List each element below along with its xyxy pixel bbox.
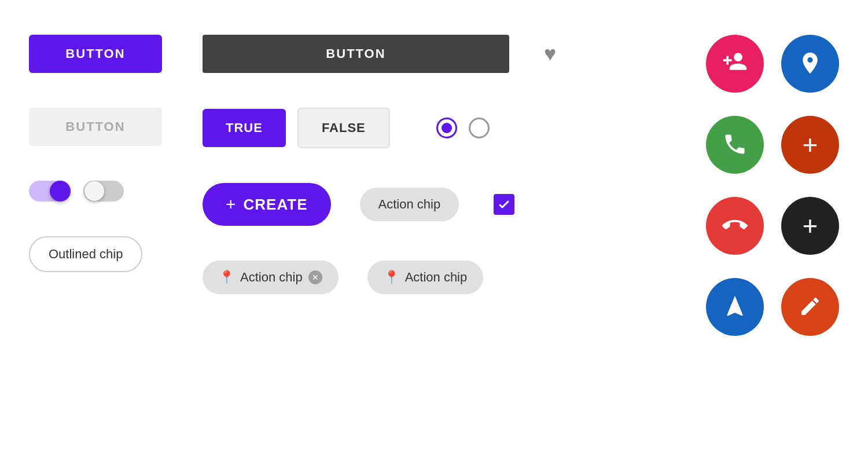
action-chip[interactable]: Action chip bbox=[360, 188, 459, 221]
call-end-fab[interactable] bbox=[706, 197, 764, 255]
add-icon-dark-red: + bbox=[803, 131, 818, 158]
add-dark-fab[interactable]: + bbox=[781, 197, 839, 255]
checkmark-icon bbox=[497, 197, 511, 211]
radio-group bbox=[436, 118, 490, 138]
heart-icon: ♥ bbox=[544, 42, 556, 65]
phone-fab[interactable] bbox=[706, 116, 764, 174]
add-dark-red-fab[interactable]: + bbox=[781, 116, 839, 174]
toggle-on[interactable] bbox=[29, 181, 69, 202]
toggle-group bbox=[29, 181, 191, 202]
radio-unselected[interactable] bbox=[469, 118, 490, 138]
edit-icon bbox=[799, 295, 822, 320]
disabled-button: BUTTON bbox=[29, 108, 162, 146]
add-icon-dark: + bbox=[803, 213, 818, 239]
action-chip-with-close[interactable]: 📍 Action chip ✕ bbox=[203, 261, 339, 294]
false-button[interactable]: FALSE bbox=[297, 108, 390, 148]
fab-row-3: + bbox=[706, 197, 839, 255]
phone-icon bbox=[722, 131, 748, 159]
purple-button[interactable]: BUTTON bbox=[29, 35, 162, 73]
arrow-up-icon bbox=[722, 294, 748, 321]
radio-inner bbox=[442, 123, 452, 133]
edit-fab[interactable] bbox=[781, 278, 839, 336]
outlined-chip[interactable]: Outlined chip bbox=[29, 236, 142, 272]
checkbox[interactable] bbox=[494, 194, 514, 215]
add-person-fab[interactable] bbox=[706, 35, 764, 93]
fab-row-2: + bbox=[706, 116, 839, 174]
plus-icon: + bbox=[226, 195, 237, 214]
action-chip-icon-label: Action chip bbox=[240, 270, 303, 285]
call-end-icon bbox=[722, 213, 748, 240]
fab-row-1 bbox=[706, 35, 839, 93]
fab-row-4 bbox=[706, 278, 839, 336]
arrow-nav-fab[interactable] bbox=[706, 278, 764, 336]
action-chip-2[interactable]: 📍 Action chip bbox=[367, 261, 484, 294]
toggle-on-thumb bbox=[50, 181, 71, 202]
navigation-fab[interactable] bbox=[781, 35, 839, 93]
add-person-icon bbox=[722, 49, 748, 79]
create-button[interactable]: + CREATE bbox=[203, 183, 331, 226]
toggle-off-thumb bbox=[84, 181, 104, 201]
create-label: CREATE bbox=[244, 196, 308, 214]
radio-selected[interactable] bbox=[436, 118, 457, 138]
action-chip-label: Action chip bbox=[378, 197, 441, 212]
dark-button[interactable]: BUTTON bbox=[203, 35, 509, 73]
true-button[interactable]: TRUE bbox=[203, 109, 286, 147]
location-icon-2: 📍 bbox=[384, 270, 399, 285]
chip-close-button[interactable]: ✕ bbox=[308, 270, 322, 284]
toggle-off[interactable] bbox=[83, 181, 124, 202]
action-chip-icon2-label: Action chip bbox=[405, 270, 468, 285]
navigation-icon bbox=[797, 50, 823, 78]
location-icon: 📍 bbox=[219, 270, 234, 285]
